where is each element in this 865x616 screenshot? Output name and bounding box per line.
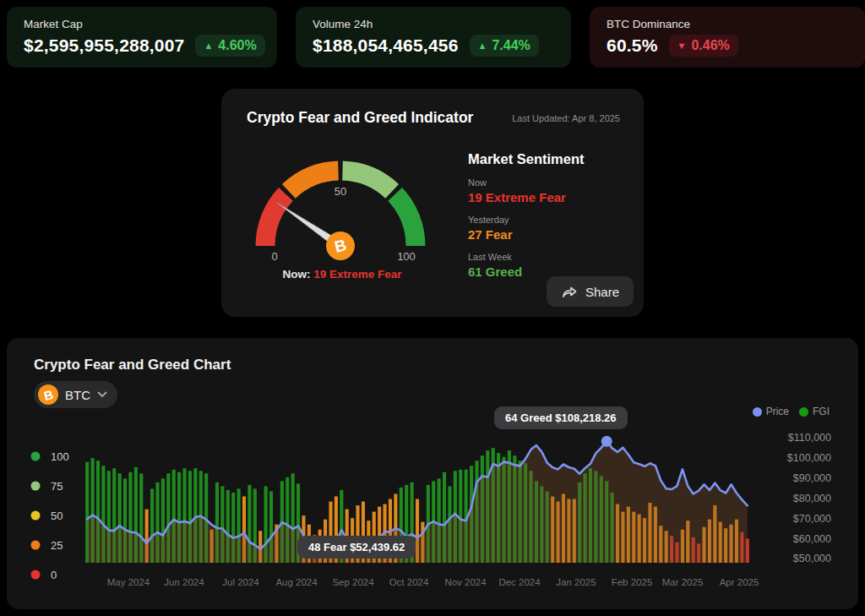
- triangle-down-icon: ▼: [677, 41, 687, 51]
- share-icon: [561, 284, 578, 299]
- market-sentiment-title: Market Sentiment: [468, 151, 585, 167]
- price-highlight-marker: [601, 436, 612, 447]
- btc-dominance-label: BTC Dominance: [607, 18, 848, 30]
- price-axis-label: $50,000: [793, 553, 831, 564]
- sentiment-value-yesterday: 27 Fear: [468, 227, 585, 242]
- price-axis-label: $70,000: [793, 513, 831, 525]
- sentiment-value-now: 19 Extreme Fear: [468, 190, 585, 204]
- gauge-segment: [343, 171, 393, 191]
- triangle-up-icon: ▲: [478, 41, 487, 51]
- price-axis-label: $100,000: [787, 452, 831, 464]
- gauge-now-prefix: Now:: [282, 268, 310, 281]
- gauge-tick-label: 50: [335, 185, 346, 198]
- x-axis-label: Jun 2024: [164, 577, 204, 587]
- x-axis-label: Mar 2025: [662, 577, 704, 587]
- volume-value: $188,054,465,456: [313, 35, 459, 56]
- gauge-tick-label: 100: [397, 250, 416, 263]
- fgi-axis-dot: [31, 570, 41, 580]
- x-axis-label: Oct 2024: [389, 577, 429, 587]
- fgi-axis-dot: [31, 482, 41, 491]
- sentiment-period: Last Week: [468, 252, 585, 262]
- market-cap-change-badge: ▲4.60%: [195, 35, 264, 57]
- last-updated-text: Last Updated: Apr 8, 2025: [512, 113, 620, 123]
- peak-tooltip: 64 Greed $108,218.26: [494, 406, 628, 429]
- btc-dominance-change-badge: ▼0.46%: [669, 35, 738, 57]
- x-axis-label: May 2024: [107, 577, 150, 587]
- gauge-now-value: 19 Extreme Fear: [313, 268, 401, 281]
- sentiment-period: Yesterday: [468, 215, 585, 225]
- fear-greed-chart-panel: Crypto Fear and Greed Chart B BTC Price …: [7, 338, 858, 609]
- x-axis-label: Feb 2025: [612, 577, 653, 587]
- share-label: Share: [585, 285, 619, 299]
- triangle-up-icon: ▲: [204, 41, 213, 51]
- btc-dominance-change: 0.46%: [691, 38, 729, 53]
- price-axis-label: $80,000: [793, 493, 831, 504]
- volume-change-badge: ▲7.44%: [470, 35, 539, 57]
- fgi-axis-label: 100: [51, 450, 69, 463]
- fgi-axis-label: 25: [51, 539, 63, 552]
- price-axis-label: $90,000: [793, 472, 831, 484]
- volume-card: Volume 24h $188,054,465,456 ▲7.44%: [296, 7, 571, 68]
- sentiment-period: Now: [468, 177, 585, 188]
- market-cap-label: Market Cap: [24, 18, 260, 30]
- x-axis-label: Apr 2025: [720, 577, 759, 587]
- trough-tooltip: 48 Fear $52,439.62: [297, 536, 416, 559]
- fear-greed-chart-plot[interactable]: 1007550250$110,000$100,000$90,000$80,000…: [7, 338, 858, 609]
- x-axis-label: Jan 2025: [556, 577, 596, 587]
- market-sentiment-section: Market Sentiment Now 19 Extreme Fear Yes…: [468, 151, 585, 279]
- x-axis-label: Dec 2024: [498, 577, 541, 587]
- gauge-segment: [265, 194, 286, 246]
- x-axis-label: Nov 2024: [444, 577, 487, 587]
- price-axis-label: $60,000: [793, 533, 831, 545]
- stats-row: Market Cap $2,595,955,288,007 ▲4.60% Vol…: [0, 0, 865, 68]
- fgi-axis-label: 75: [51, 480, 63, 493]
- indicator-title: Crypto Fear and Greed Indicator: [247, 109, 473, 127]
- btc-dominance-card: BTC Dominance 60.5% ▼0.46%: [590, 7, 865, 68]
- fear-greed-gauge: 050100B Now: 19 Extreme Fear: [245, 141, 439, 281]
- market-cap-value: $2,595,955,288,007: [24, 35, 184, 56]
- market-cap-card: Market Cap $2,595,955,288,007 ▲4.60%: [7, 7, 277, 68]
- fgi-axis-label: 50: [51, 510, 63, 522]
- share-button[interactable]: Share: [547, 276, 634, 307]
- btc-dominance-value: 60.5%: [607, 35, 658, 56]
- fgi-axis-dot: [31, 452, 41, 461]
- volume-change: 7.44%: [492, 38, 530, 53]
- gauge-segment: [289, 171, 339, 191]
- market-cap-change: 4.60%: [218, 38, 256, 53]
- fgi-axis-label: 0: [51, 569, 57, 581]
- gauge-svg: 050100B: [245, 141, 439, 270]
- x-axis-label: Sep 2024: [332, 577, 374, 587]
- gauge-tick-label: 0: [271, 250, 277, 263]
- fgi-axis-dot: [31, 541, 41, 550]
- fear-greed-indicator-card: Crypto Fear and Greed Indicator Last Upd…: [221, 89, 644, 317]
- price-axis-label: $110,000: [788, 432, 831, 444]
- x-axis-label: Jul 2024: [222, 577, 259, 587]
- x-axis-label: Aug 2024: [275, 577, 318, 587]
- volume-label: Volume 24h: [313, 18, 554, 30]
- fgi-axis-dot: [31, 511, 41, 521]
- gauge-now-text: Now: 19 Extreme Fear: [245, 268, 439, 281]
- gauge-segment: [395, 194, 416, 246]
